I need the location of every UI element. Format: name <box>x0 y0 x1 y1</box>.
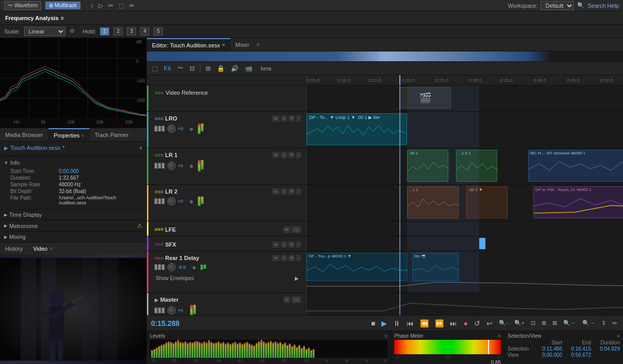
show-envelopes-btn[interactable]: Show Envelopes ▶ <box>151 274 303 282</box>
track-solo-lro[interactable]: S <box>281 115 287 122</box>
toolbar-lock-icon[interactable]: 🔒 <box>215 64 227 73</box>
track-mute-lr1[interactable]: M <box>272 152 279 158</box>
toolbar-video-icon[interactable]: 📹 <box>243 64 255 73</box>
zoom-sel-btn[interactable]: ⊠ <box>550 319 559 327</box>
multitrack-button[interactable]: ⊞ Multitrack <box>45 2 80 9</box>
clip-rear1-1[interactable]: DP - Tou...p 48000 1 ▼ <box>307 253 407 281</box>
track-vol-knob-lro[interactable] <box>167 125 176 133</box>
track-read-lro[interactable]: R <box>289 115 295 122</box>
transport-record-btn[interactable]: ● <box>461 318 469 328</box>
editor-tab[interactable]: Editor: Touch Audition.sesx × <box>147 38 230 51</box>
track-solo-lfe[interactable]: (S) <box>292 227 301 233</box>
track-input-lr1[interactable]: I <box>296 152 301 158</box>
editor-tab-close[interactable]: × <box>222 42 225 48</box>
zoom-out-btn[interactable]: 🔍- <box>497 319 510 327</box>
track-panner-lr1[interactable]: ● <box>189 162 193 170</box>
toolbar-env-icon[interactable]: 〜 <box>175 63 186 74</box>
video-tab-icon[interactable]: ≡ <box>49 246 52 251</box>
search-help-link[interactable]: Search Help <box>587 3 619 9</box>
tab-track-panner[interactable]: Track Panner <box>90 128 134 141</box>
tab-media-browser[interactable]: Media Browser <box>0 128 48 141</box>
zoom-all-btn[interactable]: ⇔ <box>610 319 619 327</box>
transport-loop-btn[interactable]: ↺ <box>472 318 482 328</box>
track-input-rear1[interactable]: I <box>296 255 301 261</box>
transport-fwd-btn[interactable]: ⏩ <box>433 318 446 328</box>
waveform-button[interactable]: 〜 Waveform <box>4 1 41 10</box>
tab-properties[interactable]: Properties ≡ <box>48 128 89 141</box>
track-mute-lr2[interactable]: M <box>272 188 279 195</box>
arrow-tool-icon[interactable]: ↕ <box>89 2 95 10</box>
track-read-sfx[interactable]: R <box>289 241 295 248</box>
track-panner-lro[interactable]: ● <box>189 125 193 133</box>
settings-icon[interactable]: ⚙ <box>70 28 75 34</box>
hold-btn-1[interactable]: 1 <box>100 27 109 36</box>
zoom-track-btn[interactable]: ⇕ <box>599 319 608 327</box>
transport-next-btn[interactable]: ⏭ <box>448 318 459 328</box>
clip-lr2-3[interactable]: DP w. PW - Touch_01 48000 1 Volume ▼ <box>533 186 623 218</box>
hold-btn-4[interactable]: 4 <box>140 27 149 36</box>
track-solo-sfx[interactable]: S <box>281 241 287 248</box>
track-solo-rear1[interactable]: S <box>281 255 287 261</box>
hold-btn-2[interactable]: 2 <box>113 27 123 36</box>
cursor-tool-icon[interactable]: ▷ <box>97 2 105 10</box>
clip-lr1-3[interactable]: MC H -...NT removed 48000 1 <box>528 150 623 182</box>
track-read-lr2[interactable]: R <box>289 188 295 195</box>
mixer-tab[interactable]: Mixer <box>230 38 255 51</box>
pencil-tool-icon[interactable]: ✏ <box>128 2 136 10</box>
toolbar-speaker-icon[interactable]: 🔊 <box>229 64 241 73</box>
toolbar-snap-icon[interactable]: ⊞ <box>204 64 213 73</box>
zoom-next-btn[interactable]: 🔍→ <box>580 319 597 327</box>
track-vol-knob-lr1[interactable] <box>167 162 176 170</box>
hold-btn-5[interactable]: 5 <box>154 27 163 36</box>
sv-menu-icon[interactable]: ≡ <box>617 333 620 339</box>
zoom-fit-btn[interactable]: ⊡ <box>529 319 537 327</box>
toolbar-fx-label[interactable]: FX <box>162 64 173 73</box>
mixing-section[interactable]: ▶ Mixing <box>0 231 146 242</box>
track-solo-lr1[interactable]: S <box>281 152 287 158</box>
track-input-sfx[interactable]: I <box>296 241 301 248</box>
ruler-timeline[interactable]: 0:05.0 0:10.0 0:15.0 0:20.0 0:25.0 0:30.… <box>307 75 623 85</box>
scale-select[interactable]: Linear Logarithmic <box>24 27 65 36</box>
track-panner-rear1[interactable]: ● <box>192 263 196 271</box>
track-mute-sfx[interactable]: M <box>272 241 279 248</box>
freq-analysis-menu-icon[interactable]: ≡ <box>61 15 64 21</box>
transport-prev-btn[interactable]: ⏮ <box>405 318 416 328</box>
transport-return-btn[interactable]: ↩ <box>484 318 495 328</box>
track-panner-lr2[interactable]: ● <box>189 197 193 205</box>
track-input-lr2[interactable]: I <box>296 188 301 195</box>
workspace-select[interactable]: Default <box>541 1 574 10</box>
tab-history[interactable]: History <box>0 242 28 254</box>
time-display-section[interactable]: ▶ Time Display <box>0 209 146 220</box>
editor-tab-options[interactable]: ≡ <box>257 42 260 47</box>
track-solo-master[interactable]: (S) <box>292 297 301 303</box>
track-vol-knob-master[interactable] <box>167 306 176 315</box>
track-mute-lfe[interactable]: M <box>283 227 291 233</box>
zoom-prev-btn[interactable]: 🔍← <box>561 319 578 327</box>
transport-stop-btn[interactable]: ■ <box>369 318 377 328</box>
track-read-rear1[interactable]: R <box>289 255 295 261</box>
transport-rew-btn[interactable]: ⏪ <box>418 318 431 328</box>
metronome-section[interactable]: ▶ Metronome ⚠ <box>0 220 146 231</box>
toolbar-bar-icon[interactable]: ⊟ <box>188 64 197 73</box>
razor-tool-icon[interactable]: ✂ <box>107 2 115 10</box>
hold-btn-3[interactable]: 3 <box>127 27 136 36</box>
track-read-lr1[interactable]: R <box>289 152 295 158</box>
tab-video[interactable]: Video ≡ <box>28 242 57 254</box>
track-mute-rear1[interactable]: M <box>272 255 279 261</box>
transport-play-btn[interactable]: ▶ <box>379 318 389 328</box>
select-tool-icon[interactable]: ⬚ <box>117 2 126 10</box>
track-vol-knob-lr2[interactable] <box>167 197 176 205</box>
track-vol-knob-rear1[interactable] <box>167 263 176 271</box>
clip-lro-1[interactable]: DP - To... ▼ Loop 1 ▼ .00 1 ▶ tter <box>307 113 407 145</box>
zoom-full-btn[interactable]: ⊞ <box>540 319 548 327</box>
info-header[interactable]: ▼ Info <box>4 159 142 167</box>
transport-pause-btn[interactable]: ⏸ <box>391 318 402 328</box>
tracks-container[interactable]: ≡≡≡ Video Reference 🎬 <box>147 85 623 315</box>
track-input-lro[interactable]: I <box>296 115 301 122</box>
properties-tab-icon[interactable]: ≡ <box>81 133 84 138</box>
phase-menu-icon[interactable]: ≡ <box>498 333 501 339</box>
file-close-btn[interactable]: × <box>139 145 142 151</box>
levels-menu-icon[interactable]: ≡ <box>384 333 388 339</box>
track-solo-lr2[interactable]: S <box>281 188 287 195</box>
track-mute-lro[interactable]: M <box>272 115 279 122</box>
